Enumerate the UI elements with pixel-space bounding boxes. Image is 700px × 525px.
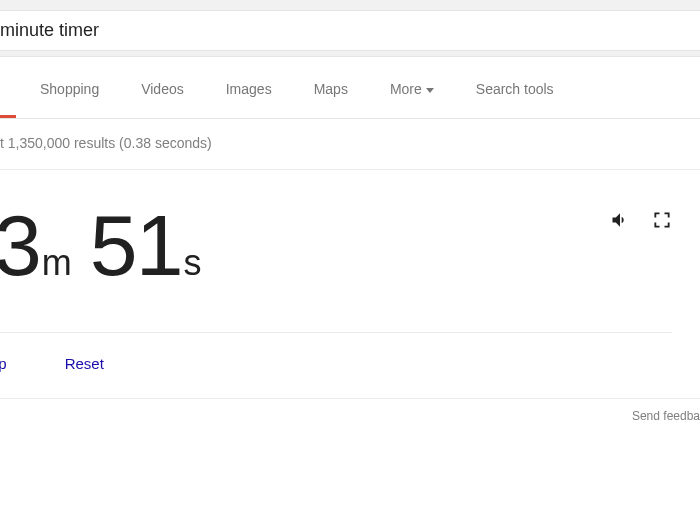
reset-button[interactable]: Reset	[65, 355, 104, 372]
fullscreen-icon[interactable]	[652, 210, 672, 230]
results-stats: t 1,350,000 results (0.38 seconds)	[0, 119, 700, 169]
chrome-top-strip	[0, 0, 700, 10]
chevron-down-icon	[426, 88, 434, 93]
tab-shopping[interactable]: Shopping	[40, 81, 99, 97]
search-input[interactable]	[0, 20, 700, 41]
timer-controls: op Reset	[0, 333, 672, 372]
timer-minutes-unit: m	[42, 242, 72, 284]
sound-icon[interactable]	[610, 210, 630, 230]
search-tabs: Shopping Videos Images Maps More Search …	[0, 57, 700, 115]
stop-button[interactable]: op	[0, 355, 7, 372]
send-feedback-link[interactable]: Send feedba	[0, 399, 700, 423]
timer-seconds: 51	[90, 202, 182, 288]
tab-maps[interactable]: Maps	[314, 81, 348, 97]
timer-seconds-unit: s	[184, 242, 202, 284]
timer-display[interactable]: 3 m 51 s	[0, 202, 220, 288]
tab-more[interactable]: More	[390, 81, 434, 97]
tab-images[interactable]: Images	[226, 81, 272, 97]
timer-minutes: 3	[0, 202, 40, 288]
tab-more-label: More	[390, 81, 422, 97]
search-bar	[0, 10, 700, 51]
tab-videos[interactable]: Videos	[141, 81, 184, 97]
tab-search-tools[interactable]: Search tools	[476, 81, 554, 97]
timer-card: 3 m 51 s op Reset	[0, 169, 700, 399]
